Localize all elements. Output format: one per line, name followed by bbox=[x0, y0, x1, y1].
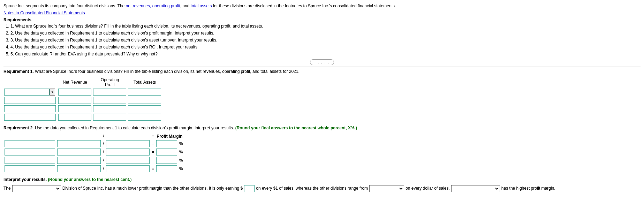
netrev-input-3[interactable] bbox=[58, 105, 91, 112]
col-opprof-header: Operating Profit bbox=[92, 77, 127, 88]
division-cell-1: ▼ bbox=[3, 88, 58, 96]
req-item-1: 1. What are Spruce Inc.'s four business … bbox=[10, 23, 641, 29]
req2-result1-input[interactable] bbox=[156, 140, 177, 147]
req2-div4-input[interactable] bbox=[5, 165, 55, 172]
opprof-input-2[interactable] bbox=[93, 97, 126, 104]
totalassets-input-4[interactable] bbox=[128, 114, 161, 121]
total-assets-link[interactable]: total assets bbox=[191, 3, 212, 8]
req2-den2-input[interactable] bbox=[106, 149, 150, 155]
requirement-2-section: Requirement 2. Use the data you collecte… bbox=[3, 125, 641, 173]
bottom-middle2: on every $1 of sales, whereas the other … bbox=[256, 185, 368, 192]
requirements-title: Requirements bbox=[3, 17, 641, 22]
req2-div3-input[interactable] bbox=[5, 157, 55, 164]
req2-div4-symbol: / bbox=[102, 165, 105, 173]
req2-col1-header bbox=[3, 133, 56, 139]
req2-div2-input[interactable] bbox=[5, 149, 55, 155]
totalassets-cell-2 bbox=[127, 96, 162, 105]
net-revenues-link[interactable]: net revenues, operating profit bbox=[126, 3, 180, 8]
totalassets-cell-4 bbox=[127, 113, 162, 121]
table-row bbox=[3, 105, 162, 113]
req1-table: Net Revenue Operating Profit Total Asset… bbox=[3, 77, 162, 121]
req2-num2-input[interactable] bbox=[57, 149, 101, 155]
req2-div1-cell bbox=[3, 139, 56, 148]
req2-result4-input[interactable] bbox=[156, 165, 177, 172]
separator bbox=[3, 67, 641, 67]
req-item-4: 4. Use the data you collected in Require… bbox=[10, 44, 641, 50]
req2-result2-cell: % bbox=[155, 148, 184, 156]
req2-header: Requirement 2. Use the data you collecte… bbox=[3, 125, 641, 131]
col-netrev-header: Net Revenue bbox=[58, 77, 92, 88]
req2-bold-label: Requirement 2. bbox=[3, 126, 34, 130]
bottom-row: The Division of Spruce Inc. has a much l… bbox=[3, 185, 641, 192]
req2-result3-input[interactable] bbox=[156, 157, 177, 164]
netrev-cell-2 bbox=[58, 96, 92, 105]
req2-percent1: % bbox=[179, 141, 183, 146]
req1-bold-label: Requirement 1. bbox=[3, 69, 34, 74]
highest-division-selector[interactable] bbox=[451, 185, 500, 192]
req2-div2-symbol: / bbox=[102, 148, 105, 156]
req2-den3-input[interactable] bbox=[106, 157, 150, 164]
opprof-cell-2 bbox=[92, 96, 127, 105]
req2-num1-cell bbox=[56, 139, 102, 148]
req-item-5: 5. Can you calculate RI and/or EVA using… bbox=[10, 51, 641, 57]
bottom-suffix: has the highest profit margin. bbox=[501, 185, 555, 192]
totalassets-input-2[interactable] bbox=[128, 97, 161, 104]
totalassets-input-3[interactable] bbox=[128, 105, 161, 112]
req2-div4-cell bbox=[3, 165, 56, 173]
req2-num4-input[interactable] bbox=[57, 165, 101, 172]
req2-row-2: / = % bbox=[3, 148, 184, 156]
opprof-cell-4 bbox=[92, 113, 127, 121]
req2-num4-cell bbox=[56, 165, 102, 173]
req2-eq1-symbol: = bbox=[151, 139, 155, 148]
req2-percent3: % bbox=[179, 158, 183, 163]
req2-div1-input[interactable] bbox=[5, 140, 55, 147]
interpret-highlight: (Round your answers to the nearest cent.… bbox=[48, 177, 131, 182]
req2-result2-input[interactable] bbox=[156, 149, 177, 155]
req2-highlight: (Round your final answers to the nearest… bbox=[235, 126, 357, 130]
req2-den4-input[interactable] bbox=[106, 165, 150, 172]
req2-den1-input[interactable] bbox=[106, 140, 150, 147]
range-selector[interactable] bbox=[369, 185, 404, 192]
division-input-2[interactable] bbox=[4, 97, 56, 104]
netrev-input-4[interactable] bbox=[58, 114, 91, 121]
req2-row-3: / = % bbox=[3, 156, 184, 165]
netrev-cell-3 bbox=[58, 105, 92, 113]
notes-consolidated-link[interactable]: Notes to Consolidated Financial Statemen… bbox=[3, 10, 85, 15]
divider-area: . . . . . bbox=[3, 59, 641, 65]
table-row bbox=[3, 96, 162, 105]
division-input-4[interactable] bbox=[4, 114, 56, 121]
interpret-label: Interpret your results. bbox=[3, 177, 47, 182]
division-selector-1[interactable] bbox=[12, 185, 61, 192]
division-cell-4 bbox=[3, 113, 58, 121]
division-input-1[interactable] bbox=[4, 89, 50, 96]
req2-eq2-symbol: = bbox=[151, 148, 155, 156]
totalassets-cell-1 bbox=[127, 88, 162, 96]
bottom-middle3: on every dollar of sales. bbox=[406, 185, 450, 192]
req2-num2-cell bbox=[56, 148, 102, 156]
bottom-prefix: The bbox=[3, 185, 11, 192]
netrev-input-1[interactable] bbox=[58, 89, 91, 96]
opprof-input-3[interactable] bbox=[93, 105, 126, 112]
requirements-list: 1. What are Spruce Inc.'s four business … bbox=[3, 23, 641, 57]
opprof-input-1[interactable] bbox=[93, 89, 126, 96]
req2-col2-header bbox=[56, 133, 102, 139]
totalassets-input-1[interactable] bbox=[128, 89, 161, 96]
opprof-input-4[interactable] bbox=[93, 114, 126, 121]
division-dropdown-1[interactable]: ▼ bbox=[50, 89, 55, 96]
req2-num3-cell bbox=[56, 156, 102, 165]
col-division-header bbox=[3, 77, 58, 88]
req1-description: What are Spruce Inc.'s four business div… bbox=[35, 69, 300, 74]
req2-col3-header bbox=[105, 133, 151, 139]
interpret-section: Interpret your results. (Round your answ… bbox=[3, 176, 641, 183]
netrev-input-2[interactable] bbox=[58, 97, 91, 104]
req2-num3-input[interactable] bbox=[57, 157, 101, 164]
req2-table: / = Profit Margin / = % bbox=[3, 133, 184, 173]
req2-num1-input[interactable] bbox=[57, 140, 101, 147]
req2-div1-symbol: / bbox=[102, 139, 105, 148]
division-cell-3 bbox=[3, 105, 58, 113]
table-row bbox=[3, 113, 162, 121]
req2-div3-symbol: / bbox=[102, 156, 105, 165]
division-input-3[interactable] bbox=[4, 105, 56, 112]
req2-result4-cell: % bbox=[155, 165, 184, 173]
earning-input[interactable] bbox=[244, 185, 255, 192]
